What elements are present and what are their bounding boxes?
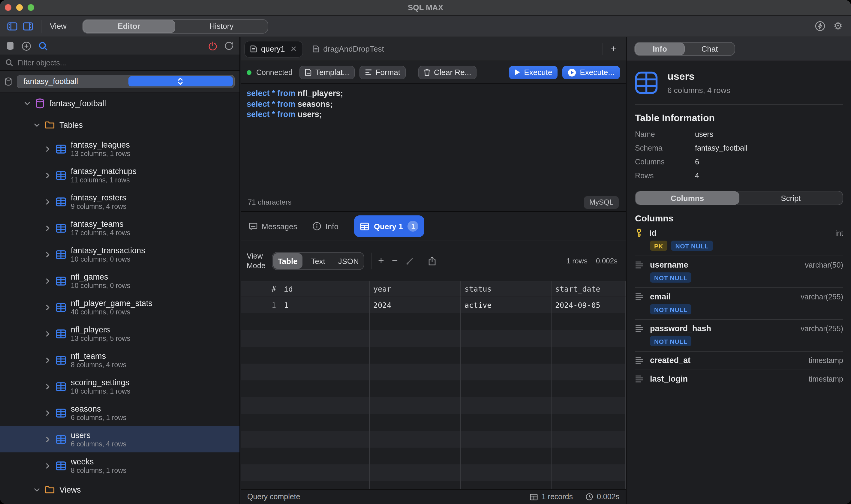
add-tab-button[interactable]: + xyxy=(610,43,616,55)
info-field-label: Name xyxy=(635,130,695,138)
tree-item-fantasy_matchups[interactable]: fantasy_matchups11 columns, 1 rows xyxy=(0,162,240,188)
toolbar-divider xyxy=(412,67,412,78)
database-select[interactable]: fantasy_football xyxy=(17,75,235,88)
chevron-right-icon xyxy=(45,145,51,152)
editor-pane: query1 ✕ dragAndDropTest + Connected Tem… xyxy=(241,37,626,504)
execute-options-button-label: Execute... xyxy=(580,68,615,77)
grid-cell xyxy=(551,380,626,397)
toggle-right-panel-icon[interactable] xyxy=(23,22,33,30)
grid-cell xyxy=(370,397,461,414)
grid-cell xyxy=(461,364,551,380)
table-row[interactable] xyxy=(241,464,626,481)
column-name: id xyxy=(649,229,829,238)
tab-history[interactable]: History xyxy=(175,19,268,33)
play-circle-icon xyxy=(568,68,576,76)
code-token: select xyxy=(247,110,270,119)
add-row-icon[interactable]: + xyxy=(378,255,384,267)
chevron-right-icon xyxy=(45,172,51,179)
query-toolbar: Connected Templat... Format Clear Re... xyxy=(241,61,626,84)
format-lines-icon xyxy=(365,69,372,76)
column-entry-last_login[interactable]: last_logintimestamp xyxy=(635,370,843,388)
table-row[interactable] xyxy=(241,330,626,347)
sql-code-editor[interactable]: select * from nfl_players;select * from … xyxy=(241,84,626,193)
clear-results-button[interactable]: Clear Re... xyxy=(418,66,477,79)
tab-panel-chat[interactable]: Chat xyxy=(685,42,734,55)
tabbar-divider xyxy=(603,43,603,55)
tab-query-1-results[interactable]: Query 1 1 xyxy=(354,215,425,237)
add-connection-icon[interactable] xyxy=(22,41,31,51)
refresh-icon[interactable] xyxy=(225,41,233,50)
tree-item-fantasy_transactions[interactable]: fantasy_transactions10 columns, 0 rows xyxy=(0,241,240,268)
table-name: users xyxy=(71,431,126,440)
view-mode-json[interactable]: JSON xyxy=(334,253,363,269)
tree-item-nfl_games[interactable]: nfl_games10 columns, 0 rows xyxy=(0,268,240,294)
view-mode-text[interactable]: Text xyxy=(303,253,333,269)
execute-options-button[interactable]: Execute... xyxy=(562,66,620,79)
tab-script[interactable]: Script xyxy=(739,192,843,204)
table-row[interactable] xyxy=(241,313,626,330)
tree-item-scoring_settings[interactable]: scoring_settings18 columns, 1 rows xyxy=(0,373,240,400)
column-entry-header: usernamevarchar(50) xyxy=(635,260,843,269)
table-item-text: fantasy_rosters9 columns, 4 rows xyxy=(71,193,126,210)
code-token: from xyxy=(277,89,295,98)
table-row[interactable] xyxy=(241,364,626,380)
tree-item-tables-folder[interactable]: Tables xyxy=(0,114,240,136)
grid-cell xyxy=(370,380,461,397)
tree-item-fantasy_rosters[interactable]: fantasy_rosters9 columns, 4 rows xyxy=(0,188,240,215)
tree-item-nfl_players[interactable]: nfl_players13 columns, 5 rows xyxy=(0,320,240,347)
tree-item-nfl_player_game_stats[interactable]: nfl_player_game_stats40 columns, 0 rows xyxy=(0,294,240,320)
table-name: nfl_players xyxy=(71,325,130,334)
column-entry-created_at[interactable]: created_attimestamp xyxy=(635,352,843,370)
column-entry-id[interactable]: idintPKNOT NULL xyxy=(635,224,843,256)
grid-header-start_date: start_date xyxy=(551,282,626,296)
clear-results-button-label: Clear Re... xyxy=(434,68,471,77)
tab-panel-info[interactable]: Info xyxy=(635,42,685,55)
grid-cell xyxy=(280,380,370,397)
table-row[interactable] xyxy=(241,414,626,431)
view-mode-table[interactable]: Table xyxy=(273,253,302,269)
tree-item-database[interactable]: fantasy_football xyxy=(0,92,240,114)
edit-pencil-icon[interactable] xyxy=(406,257,414,265)
tree-item-nfl_teams[interactable]: nfl_teams8 columns, 4 rows xyxy=(0,347,240,373)
tab-query1[interactable]: query1 ✕ xyxy=(244,40,303,57)
table-row[interactable] xyxy=(241,380,626,397)
filter-objects-input[interactable]: Filter objects... xyxy=(0,55,240,71)
column-entry-email[interactable]: emailvarchar(255)NOT NULL xyxy=(635,288,843,320)
settings-gear-icon[interactable]: ⚙ xyxy=(834,21,843,31)
tree-item-seasons[interactable]: seasons6 columns, 1 rows xyxy=(0,400,240,426)
table-row[interactable] xyxy=(241,448,626,464)
format-button[interactable]: Format xyxy=(359,66,406,79)
tree-item-users[interactable]: users6 columns, 4 rows xyxy=(0,426,240,452)
quick-actions-icon[interactable] xyxy=(815,21,825,31)
chevron-down-icon xyxy=(24,100,31,107)
tab-columns[interactable]: Columns xyxy=(636,192,739,204)
toggle-left-panel-icon[interactable] xyxy=(7,22,17,30)
search-icon[interactable] xyxy=(38,41,48,51)
table-item-text: seasons6 columns, 1 rows xyxy=(71,404,126,421)
disconnect-power-icon[interactable] xyxy=(208,41,217,50)
tree-item-fantasy_leagues[interactable]: fantasy_leagues13 columns, 1 rows xyxy=(0,136,240,162)
table-row[interactable] xyxy=(241,431,626,448)
export-share-icon[interactable] xyxy=(428,256,436,266)
table-row[interactable]: 112024active2024-09-05 xyxy=(241,296,626,313)
tree-database-label: fantasy_football xyxy=(49,99,106,108)
remove-row-icon[interactable]: − xyxy=(392,255,398,267)
column-entry-password_hash[interactable]: password_hashvarchar(255)NOT NULL xyxy=(635,320,843,352)
dialect-badge[interactable]: MySQL xyxy=(584,196,619,209)
database-icon[interactable] xyxy=(6,41,14,50)
table-row[interactable] xyxy=(241,481,626,490)
column-entry-username[interactable]: usernamevarchar(50)NOT NULL xyxy=(635,256,843,288)
table-row[interactable] xyxy=(241,397,626,414)
tab-info[interactable]: Info xyxy=(313,222,338,231)
tab-messages[interactable]: Messages xyxy=(249,222,297,231)
results-grid-body[interactable]: 112024active2024-09-05 xyxy=(241,296,626,490)
tree-item-fantasy_teams[interactable]: fantasy_teams17 columns, 4 rows xyxy=(0,215,240,241)
tree-item-weeks[interactable]: weeks8 columns, 1 rows xyxy=(0,452,240,479)
table-row[interactable] xyxy=(241,347,626,364)
templates-button[interactable]: Templat... xyxy=(300,66,355,79)
tree-item-views-folder[interactable]: Views xyxy=(0,479,240,500)
tab-draganddroptest[interactable]: dragAndDropTest xyxy=(306,40,390,57)
tab-editor[interactable]: Editor xyxy=(83,19,175,33)
execute-button[interactable]: Execute xyxy=(509,66,557,79)
close-tab-icon[interactable]: ✕ xyxy=(290,44,297,53)
